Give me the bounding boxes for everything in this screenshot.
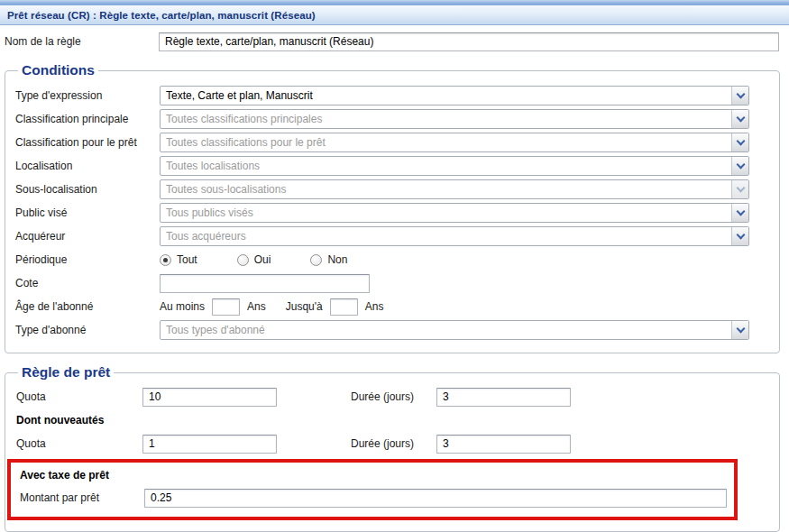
classification-pret-select[interactable]: Toutes classifications pour le prêt: [160, 133, 749, 152]
rule-name-input[interactable]: [159, 32, 779, 51]
classification-principale-label: Classification principale: [11, 113, 160, 125]
age-min-input[interactable]: [212, 298, 240, 316]
classification-principale-select[interactable]: Toutes classifications principales: [160, 109, 749, 129]
amount-per-loan-input[interactable]: [144, 489, 727, 508]
novelty-quota-row: Quota Durée (jours): [11, 431, 749, 456]
window-title: Prêt réseau (CR) : Règle texte, carte/pl…: [7, 10, 316, 21]
select-value: Toutes classifications principales: [161, 110, 731, 128]
localisation-label: Localisation: [11, 160, 160, 172]
periodique-row: Périodique Tout Oui Non: [11, 248, 749, 271]
periodique-radio-non[interactable]: Non: [310, 253, 347, 266]
dropdown-button[interactable]: [731, 227, 748, 245]
type-abonne-label: Type d'abonné: [11, 324, 160, 336]
type-expression-label: Type d'expression: [11, 89, 160, 102]
acquereur-select[interactable]: Tous acquéreurs: [160, 226, 749, 246]
novelties-heading: Dont nouveautés: [11, 409, 749, 431]
select-value: Tous acquéreurs: [161, 227, 731, 245]
dropdown-button[interactable]: [731, 87, 748, 105]
type-abonne-select[interactable]: Tous types d'abonné: [160, 320, 749, 340]
classification-pret-label: Classification pour le prêt: [11, 136, 160, 149]
duration-input[interactable]: [436, 388, 571, 407]
age-max-input[interactable]: [330, 298, 358, 316]
loan-tax-highlight: Avec taxe de prêt Montant par prêt: [7, 459, 738, 520]
dropdown-button: [731, 180, 748, 198]
dropdown-button[interactable]: [731, 204, 748, 222]
type-expression-select[interactable]: Texte, Carte et plan, Manuscrit: [160, 86, 749, 105]
localisation-row: Localisation Toutes localisations: [11, 154, 749, 178]
type-abonne-row: Type d'abonné Tous types d'abonné: [11, 318, 749, 342]
age-min-label: Au moins: [160, 300, 205, 313]
amount-per-loan-row: Montant par prêt: [16, 486, 727, 509]
novelty-quota-input[interactable]: [142, 435, 277, 454]
dropdown-button[interactable]: [731, 110, 748, 128]
sous-localisation-row: Sous-localisation Toutes sous-localisati…: [11, 178, 749, 201]
chevron-down-icon: [736, 325, 745, 334]
chevron-down-icon: [736, 161, 745, 170]
select-value: Texte, Carte et plan, Manuscrit: [161, 87, 731, 105]
amount-per-loan-label: Montant par prêt: [16, 491, 144, 504]
localisation-select[interactable]: Toutes localisations: [160, 156, 749, 176]
age-label: Âge de l'abonné: [11, 300, 160, 313]
acquereur-row: Acquéreur Tous acquéreurs: [11, 225, 749, 248]
rule-name-label: Nom de la règle: [5, 35, 159, 48]
chevron-down-icon: [736, 207, 745, 216]
age-row: Âge de l'abonné Au moins Ans Jusqu'à Ans: [11, 295, 749, 318]
radio-label: Non: [327, 253, 347, 266]
classification-principale-row: Classification principale Toutes classif…: [11, 107, 749, 131]
loan-rule-section: Règle de prêt Quota Durée (jours) Dont n…: [5, 364, 780, 532]
cote-input[interactable]: [160, 274, 370, 293]
radio-icon[interactable]: [237, 254, 249, 266]
novelty-duration-label: Durée (jours): [351, 437, 436, 450]
radio-label: Oui: [254, 253, 271, 266]
conditions-legend: Conditions: [18, 62, 98, 78]
quota-input[interactable]: [142, 388, 277, 407]
classification-pret-row: Classification pour le prêt Toutes class…: [11, 131, 749, 154]
select-value: Toutes classifications pour le prêt: [161, 133, 731, 151]
radio-icon[interactable]: [310, 254, 322, 266]
periodique-label: Périodique: [11, 253, 160, 266]
acquereur-label: Acquéreur: [11, 230, 160, 243]
select-value: Toutes localisations: [161, 157, 731, 175]
chevron-down-icon: [736, 231, 745, 240]
novelty-duration-input[interactable]: [436, 435, 571, 454]
title-bar: Prêt réseau (CR) : Règle texte, carte/pl…: [0, 5, 789, 25]
dropdown-button[interactable]: [731, 157, 748, 175]
cote-row: Cote: [11, 271, 749, 295]
public-vise-label: Public visé: [11, 206, 160, 219]
periodique-radio-group: Tout Oui Non: [160, 253, 387, 266]
dropdown-button[interactable]: [731, 321, 748, 339]
loan-rule-legend: Règle de prêt: [18, 364, 114, 381]
quota-row: Quota Durée (jours): [11, 384, 749, 409]
radio-selected-icon[interactable]: [160, 254, 171, 266]
dropdown-button[interactable]: [731, 133, 748, 151]
quota-label: Quota: [11, 390, 142, 403]
chevron-down-icon: [736, 137, 745, 146]
age-max-suffix: Ans: [365, 300, 384, 313]
sous-localisation-select: Toutes sous-localisations: [160, 179, 749, 199]
public-vise-row: Public visé Tous publics visés: [11, 201, 749, 225]
radio-label: Tout: [177, 253, 197, 266]
loan-tax-heading: Avec taxe de prêt: [16, 464, 727, 486]
cote-label: Cote: [11, 277, 160, 289]
periodique-radio-tout[interactable]: Tout: [160, 253, 197, 266]
type-expression-row: Type d'expression Texte, Carte et plan, …: [11, 84, 749, 107]
age-min-suffix: Ans: [247, 300, 266, 313]
age-controls: Au moins Ans Jusqu'à Ans: [160, 298, 383, 316]
sous-localisation-label: Sous-localisation: [11, 183, 160, 196]
duration-label: Durée (jours): [351, 390, 436, 403]
novelty-quota-label: Quota: [11, 437, 142, 450]
age-max-label: Jusqu'à: [286, 300, 323, 313]
chevron-down-icon: [736, 90, 745, 99]
select-value: Tous publics visés: [161, 204, 731, 222]
rule-name-row: Nom de la règle: [5, 32, 779, 51]
conditions-section: Conditions Type d'expression Texte, Cart…: [5, 62, 780, 353]
chevron-down-icon: [736, 114, 745, 123]
periodique-radio-oui[interactable]: Oui: [237, 253, 271, 266]
chevron-down-icon: [736, 184, 745, 193]
public-vise-select[interactable]: Tous publics visés: [160, 203, 749, 223]
select-value: Toutes sous-localisations: [161, 180, 731, 198]
select-value: Tous types d'abonné: [161, 321, 731, 339]
